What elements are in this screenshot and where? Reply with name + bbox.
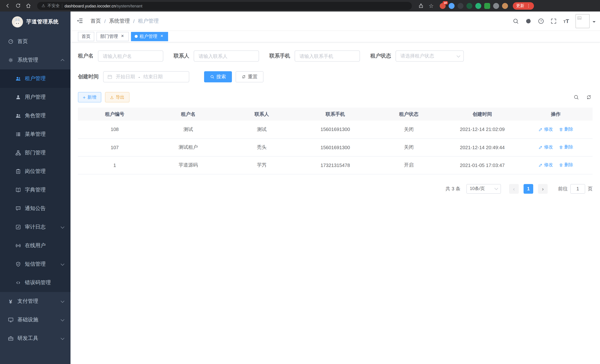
next-page-button[interactable]: › [538, 184, 548, 194]
close-icon[interactable]: × [120, 34, 125, 39]
tab-dept-management[interactable]: 部门管理 × [96, 32, 129, 41]
sidebar-item-infrastructure[interactable]: 基础设施 [0, 311, 71, 329]
security-label: 不安全 [47, 3, 60, 9]
tab-home[interactable]: 首页 [78, 32, 94, 41]
browser-menu-icon[interactable]: ⋮ [526, 3, 531, 8]
bookmark-star-icon[interactable]: ☆ [427, 2, 435, 9]
sidebar-item-menu[interactable]: 菜单管理 [0, 125, 71, 144]
sidebar-item-label: 通知公告 [25, 205, 46, 212]
extension-icon-5[interactable] [475, 3, 481, 9]
extension-icon-3[interactable] [458, 3, 463, 9]
contact-input[interactable] [194, 50, 259, 62]
edit-label: 修改 [544, 126, 553, 132]
delete-button[interactable]: 删除 [559, 144, 573, 150]
help-icon[interactable]: ? [536, 16, 546, 26]
prev-page-button[interactable]: ‹ [509, 184, 519, 194]
breadcrumb-item-tenant: 租户管理 [138, 18, 159, 24]
tab-tenant-management[interactable]: 租户管理 × [131, 32, 168, 41]
extension-icon-6[interactable] [484, 3, 490, 9]
sidebar-item-dict[interactable]: 字典管理 [0, 181, 71, 199]
tenant-name-input[interactable] [98, 50, 163, 62]
github-icon[interactable] [524, 16, 533, 26]
share-icon[interactable] [417, 2, 424, 9]
extension-icon-2[interactable] [449, 3, 455, 9]
breadcrumb-separator: / [133, 18, 135, 24]
top-navbar: 首页 / 系统管理 / 租户管理 ? TT [71, 11, 600, 31]
sidebar-item-post[interactable]: 岗位管理 [0, 162, 71, 181]
fullscreen-icon[interactable] [549, 16, 558, 26]
user-avatar[interactable] [575, 14, 590, 28]
breadcrumb-item-system[interactable]: 系统管理 [109, 18, 130, 24]
chevron-down-icon [494, 186, 498, 190]
delete-button[interactable]: 删除 [559, 126, 573, 132]
breadcrumb-item-home[interactable]: 首页 [91, 18, 101, 24]
sidebar-item-notice[interactable]: 通知公告 [0, 199, 71, 218]
refresh-table-icon[interactable] [585, 93, 593, 101]
audit-log-icon [15, 224, 21, 230]
status-select[interactable]: 请选择租户状态 [395, 50, 464, 62]
extension-icon-1[interactable]: 10 [440, 3, 446, 9]
sidebar-item-payment[interactable]: ¥ 支付管理 [0, 292, 71, 311]
delete-button[interactable]: 删除 [559, 162, 573, 168]
tab-label: 部门管理 [100, 33, 118, 39]
edit-button[interactable]: 修改 [538, 144, 553, 150]
sidebar-item-error-code[interactable]: 错误码管理 [0, 273, 71, 292]
sidebar-item-online-users[interactable]: 在线用户 [0, 236, 71, 255]
sidebar-menu: 首页 系统管理 租户管理 用户管理 角色管理 [0, 32, 71, 348]
search-icon[interactable] [511, 16, 521, 26]
edit-button[interactable]: 修改 [538, 162, 553, 168]
url-path: /system/tenant [116, 3, 142, 8]
dashboard-icon [7, 38, 14, 45]
close-icon[interactable]: × [159, 34, 164, 39]
page-size-select[interactable]: 10条/页 [466, 184, 501, 194]
extensions-puzzle-icon[interactable] [493, 3, 499, 9]
address-bar[interactable]: ⚠ 不安全 dashboard.yudao.iocoder.cn/system/… [37, 2, 412, 10]
sidebar-item-system[interactable]: 系统管理 [0, 51, 71, 69]
sidebar-item-tenant[interactable]: 租户管理 [0, 69, 71, 88]
sidebar-item-sms[interactable]: 短信管理 [0, 255, 71, 273]
logo-rabbit-avatar [12, 16, 23, 28]
date-range-picker[interactable]: 开始日期 - 结束日期 [103, 71, 189, 82]
sidebar-item-audit-log[interactable]: 审计日志 [0, 218, 71, 236]
menu-fold-button[interactable] [76, 17, 84, 25]
sidebar-item-user[interactable]: 用户管理 [0, 88, 71, 106]
sidebar-item-label: 租户管理 [25, 75, 46, 82]
col-contact: 联系人 [225, 108, 299, 121]
table-row[interactable]: 107 测试租户 秃头 15601691300 关闭 2021-12-14 20… [78, 138, 593, 156]
cell-tenant-id: 1 [78, 156, 151, 174]
filter-label: 联系人 [174, 53, 189, 59]
filter-label: 联系手机 [269, 53, 290, 59]
browser-refresh-icon[interactable] [14, 2, 21, 9]
edit-label: 修改 [544, 162, 553, 168]
browser-back-icon[interactable] [4, 2, 11, 9]
extension-icon-4[interactable] [466, 3, 472, 9]
font-size-icon[interactable]: TT [562, 16, 571, 26]
dropdown-caret-icon[interactable] [593, 21, 596, 24]
app-logo[interactable]: 芋道管理系统 [0, 11, 71, 32]
sidebar: 芋道管理系统 首页 系统管理 租户管理 用户管理 [0, 11, 71, 364]
browser-update-button[interactable]: 更新 ⋮ [513, 2, 534, 9]
phone-input[interactable] [295, 50, 360, 62]
table-row[interactable]: 108 测试 测试 15601691300 关闭 2021-12-14 21:0… [78, 121, 593, 138]
chevron-up-icon [61, 59, 64, 63]
col-tenant-name: 租户名 [151, 108, 225, 121]
export-button[interactable]: 导出 [105, 92, 129, 103]
col-phone: 联系手机 [299, 108, 372, 121]
sidebar-item-role[interactable]: 角色管理 [0, 106, 71, 125]
table-row[interactable]: 1 芋道源码 芋艿 17321315478 开启 2021-01-05 17:0… [78, 156, 593, 174]
search-button[interactable]: 搜索 [204, 71, 232, 82]
browser-home-icon[interactable] [25, 2, 32, 9]
tab-label: 首页 [82, 33, 91, 39]
goto-page-input[interactable] [570, 184, 585, 194]
sidebar-item-dev-tools[interactable]: 研发工具 [0, 329, 71, 348]
reset-button[interactable]: 重置 [236, 71, 263, 82]
edit-button[interactable]: 修改 [538, 126, 553, 132]
browser-profile-avatar[interactable] [502, 3, 508, 9]
cell-phone: 17321315478 [299, 156, 372, 174]
toggle-search-icon[interactable] [572, 93, 580, 101]
add-button[interactable]: + 新增 [78, 92, 101, 103]
sidebar-item-label: 菜单管理 [25, 131, 46, 138]
page-number-button[interactable]: 1 [524, 184, 533, 194]
sidebar-item-home[interactable]: 首页 [0, 32, 71, 51]
sidebar-item-dept[interactable]: 部门管理 [0, 144, 71, 162]
